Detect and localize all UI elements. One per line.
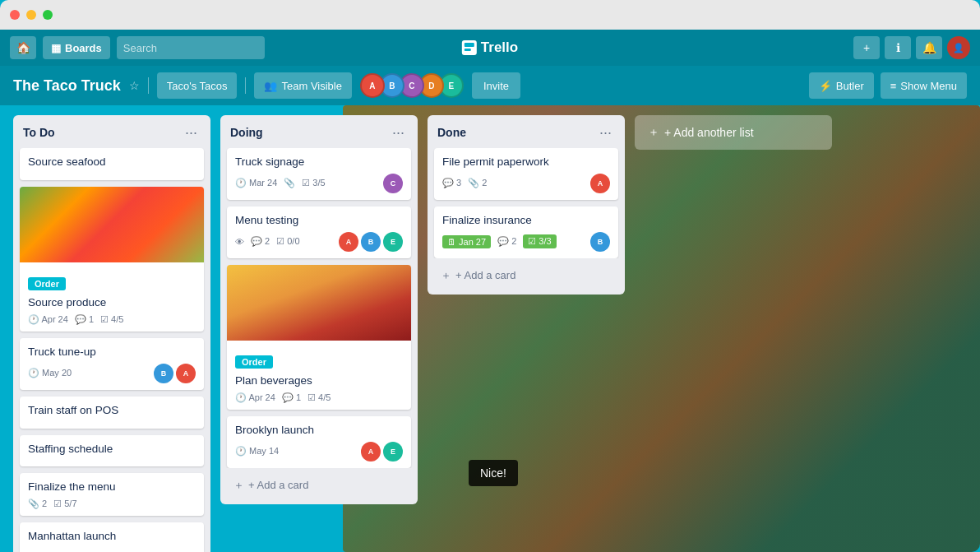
card-title: Train staff on POS — [28, 403, 196, 419]
card-meta: 🕐 Apr 24 💬 1 ☑ 4/5 — [235, 392, 403, 403]
list-doing-title: Doing — [230, 126, 263, 139]
card-meta-date: 🕐 Mar 24 — [235, 178, 277, 188]
visibility-label: Team Visible — [281, 80, 341, 92]
user-avatar[interactable]: 👤 — [947, 36, 970, 59]
card-title: File permit paperwork — [442, 155, 610, 170]
card-member-a: A — [361, 442, 381, 462]
board-title[interactable]: The Taco Truck — [13, 77, 121, 95]
divider — [148, 77, 149, 94]
card-menu-testing[interactable]: Menu testing 👁 💬 2 ☑ 0/0 A B E — [227, 206, 411, 258]
minimize-dot[interactable] — [26, 10, 36, 20]
card-meta: 🕐 May 20 B A — [28, 364, 196, 383]
card-finalize-menu[interactable]: Finalize the menu 📎 2 ☑ 5/7 — [20, 473, 204, 516]
list-doing-menu-button[interactable]: ··· — [389, 123, 408, 141]
card-meta: 🕐 Apr 24 💬 1 ☑ 4/5 — [28, 314, 196, 325]
maximize-dot[interactable] — [43, 10, 53, 20]
card-meta-comments: 💬 2 — [251, 236, 270, 247]
nice-tooltip: Nice! — [469, 460, 518, 486]
card-members: B A — [154, 364, 196, 383]
card-members: A — [590, 174, 610, 193]
card-title: Finalize insurance — [442, 213, 610, 229]
top-nav: 🏠 ▦ Boards Trello + ℹ 🔔 👤 — [0, 30, 980, 66]
card-meta-comments: 💬 2 — [497, 236, 516, 247]
member-avatars: A B C D E — [360, 73, 464, 98]
list-done-cards: File permit paperwork 💬 3 📎 2 A — [428, 148, 625, 258]
card-staffing-schedule[interactable]: Staffing schedule — [20, 435, 204, 467]
card-title: Source seafood — [28, 155, 196, 170]
card-member-e: E — [383, 232, 403, 252]
card-title: Plan beverages — [235, 373, 403, 389]
list-todo-menu-button[interactable]: ··· — [182, 123, 201, 141]
nav-right: + ℹ 🔔 👤 — [853, 36, 970, 59]
list-done-footer: ＋ + Add a card — [428, 258, 625, 295]
list-done: Done ··· File permit paperwork 💬 3 📎 2 A — [428, 115, 625, 295]
card-manhattan-launch[interactable]: Manhattan launch — [20, 522, 204, 552]
card-members: B — [590, 232, 610, 252]
card-truck-tuneup[interactable]: Truck tune-up 🕐 May 20 B A — [20, 338, 204, 390]
visibility-button[interactable]: 👥 Team Visible — [254, 72, 351, 99]
card-meta-date: 🕐 Apr 24 — [28, 314, 68, 325]
team-button[interactable]: Taco's Tacos — [157, 72, 238, 99]
card-train-staff[interactable]: Train staff on POS — [20, 397, 204, 429]
home-button[interactable]: 🏠 — [10, 36, 36, 59]
vegetable-image — [20, 187, 204, 262]
card-meta-checklist: ☑ 5/7 — [53, 499, 76, 509]
list-done-menu-button[interactable]: ··· — [596, 123, 615, 141]
card-member-a: A — [590, 174, 610, 193]
card-meta-watch: 👁 — [235, 237, 244, 247]
card-image-wrap — [227, 265, 411, 341]
card-meta-attach: 📎 2 — [28, 499, 47, 509]
show-menu-button[interactable]: ≡ Show Menu — [881, 72, 967, 99]
card-meta-comments: 💬 3 — [442, 178, 461, 188]
card-label: Order — [235, 355, 273, 369]
card-plan-beverages[interactable]: Order Plan beverages 🕐 Apr 24 💬 1 ☑ 4/5 — [227, 265, 411, 410]
card-member-b: B — [590, 232, 610, 252]
card-file-permit[interactable]: File permit paperwork 💬 3 📎 2 A — [434, 148, 618, 200]
card-source-produce[interactable]: Order Source produce 🕐 Apr 24 💬 1 ☑ 4/5 — [20, 187, 204, 332]
app-body: 🏠 ▦ Boards Trello + ℹ 🔔 👤 — [0, 30, 980, 552]
card-members: A E — [361, 442, 403, 462]
add-card-done-button[interactable]: ＋ + Add a card — [434, 263, 618, 288]
card-title: Finalize the menu — [28, 480, 196, 495]
card-meta-date: 🕐 Apr 24 — [235, 392, 275, 403]
card-image-wrap — [20, 187, 204, 262]
card-title: Staffing schedule — [28, 442, 196, 457]
card-truck-signage[interactable]: Truck signage 🕐 Mar 24 📎 ☑ 3/5 C — [227, 148, 411, 200]
drinks-image — [227, 265, 411, 341]
member-avatar-1[interactable]: A — [360, 73, 385, 98]
card-meta-comments: 💬 1 — [282, 392, 301, 403]
card-brooklyn-launch[interactable]: Brooklyn launch 🕐 May 14 A E — [227, 416, 411, 468]
info-button[interactable]: ℹ — [885, 36, 911, 59]
card-source-seafood[interactable]: Source seafood — [20, 148, 204, 180]
boards-button[interactable]: ▦ Boards — [43, 36, 110, 59]
card-meta: 💬 3 📎 2 A — [442, 174, 610, 193]
card-meta-comments: 💬 1 — [75, 314, 94, 325]
create-button[interactable]: + — [853, 36, 880, 59]
board-header: The Taco Truck ☆ Taco's Tacos 👥 Team Vis… — [0, 66, 980, 105]
invite-button[interactable]: Invite — [472, 72, 520, 99]
list-doing: Doing ··· Truck signage 🕐 Mar 24 📎 ☑ 3/5 — [220, 115, 418, 504]
card-title: Source produce — [28, 295, 196, 311]
card-member-b: B — [154, 364, 173, 383]
card-meta: 👁 💬 2 ☑ 0/0 A B E — [235, 232, 403, 252]
add-list-button[interactable]: ＋ + Add another list — [635, 115, 832, 150]
butler-button[interactable]: ⚡ Butler — [809, 72, 874, 99]
trello-logo: Trello — [462, 39, 518, 56]
close-dot[interactable] — [10, 10, 20, 20]
add-card-doing-button[interactable]: ＋ + Add a card — [227, 473, 411, 498]
list-todo-cards: Source seafood Order Source produce — [13, 148, 210, 552]
card-title: Menu testing — [235, 213, 403, 229]
board-star-icon[interactable]: ☆ — [129, 79, 140, 92]
trello-icon — [462, 40, 477, 55]
divider2 — [245, 77, 246, 94]
card-finalize-insurance[interactable]: Finalize insurance 🗓 Jan 27 💬 2 ☑ 3/3 B — [434, 206, 618, 258]
card-label: Order — [28, 277, 66, 290]
plus-icon: ＋ — [233, 478, 244, 493]
card-member-c: C — [383, 174, 403, 193]
list-doing-header: Doing ··· — [220, 115, 418, 148]
lists-container: To Do ··· Source seafood — [13, 115, 967, 552]
list-todo: To Do ··· Source seafood — [13, 115, 210, 552]
butler-icon: ⚡ — [819, 80, 832, 92]
search-input[interactable] — [117, 36, 265, 59]
notifications-button[interactable]: 🔔 — [916, 36, 942, 59]
